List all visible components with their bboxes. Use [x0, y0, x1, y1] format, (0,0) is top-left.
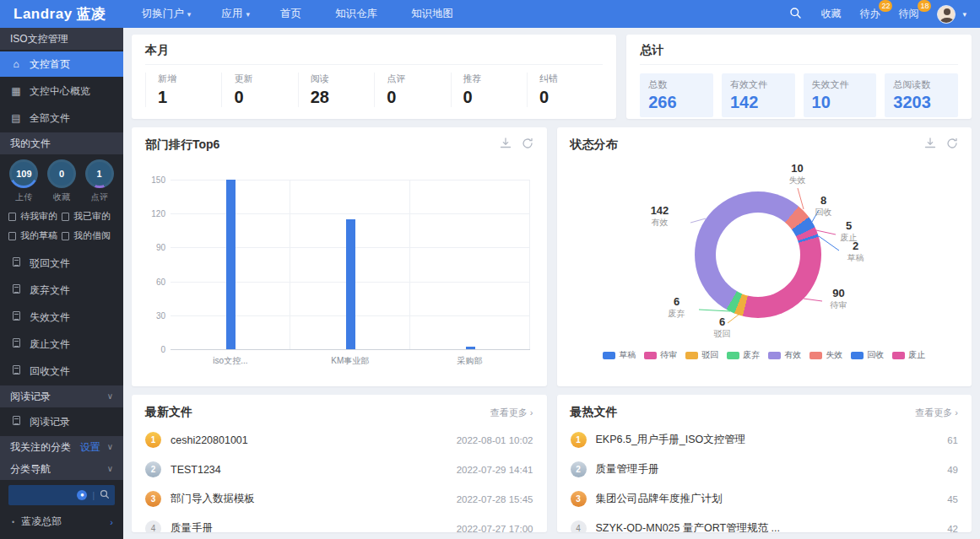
- menu-item[interactable]: 切换门户 ▾: [142, 7, 192, 21]
- file-title[interactable]: 部门导入数据模板: [171, 492, 447, 506]
- sidebar-nav-item[interactable]: ⌂ 文控首页: [0, 51, 123, 77]
- toread-link[interactable]: 待阅18: [898, 7, 918, 21]
- sidebar-quick-link[interactable]: 我的借阅: [62, 229, 115, 242]
- download-icon[interactable]: [500, 137, 512, 153]
- reading-item-label: 阅读记录: [30, 415, 70, 429]
- refresh-icon[interactable]: [522, 137, 533, 153]
- menu-item-label: 切换门户: [142, 7, 184, 21]
- legend-item[interactable]: 有效: [768, 349, 801, 361]
- file-row[interactable]: 3 集团公司品牌年度推广计划 45: [571, 484, 959, 514]
- file-title[interactable]: TEST1234: [171, 464, 447, 476]
- legend-item[interactable]: 草稿: [603, 349, 636, 361]
- sidebar-quick-link[interactable]: 我的草稿: [8, 229, 62, 242]
- sidebar-file-item[interactable]: 驳回文件: [0, 251, 123, 276]
- nav-item-label: 全部文件: [30, 111, 70, 126]
- bar[interactable]: [226, 180, 236, 349]
- file-title[interactable]: 集团公司品牌年度推广计划: [596, 492, 939, 506]
- chevron-down-icon[interactable]: ▾: [962, 10, 966, 19]
- sidebar-stat[interactable]: 0 收藏: [47, 159, 76, 203]
- bar[interactable]: [346, 219, 355, 349]
- sidebar-file-item[interactable]: 废弃文件: [0, 278, 123, 303]
- menu-item-label: 知识地图: [411, 7, 453, 21]
- search-icon[interactable]: [100, 489, 110, 502]
- sidebar-file-item[interactable]: 回收文件: [0, 358, 123, 384]
- sidebar-file-item[interactable]: 失效文件: [0, 305, 123, 330]
- latest-files-title: 最新文件: [145, 405, 192, 420]
- legend-item[interactable]: 废弃: [727, 349, 760, 361]
- status-distribution-card: 状态分布 草稿: [557, 127, 972, 386]
- file-row[interactable]: 3 部门导入数据模板 2022-07-28 15:45: [145, 484, 533, 514]
- file-title[interactable]: SZYK-QD-MN025 量产ORT管理规范 ...: [596, 521, 939, 532]
- menu-item[interactable]: 首页: [280, 7, 305, 21]
- category-search-input[interactable]: [14, 490, 72, 500]
- menu-item[interactable]: 应用 ▾: [221, 7, 250, 21]
- file-item-label: 废弃文件: [30, 283, 70, 298]
- legend-item[interactable]: 失效: [809, 349, 842, 361]
- search-icon[interactable]: [789, 7, 802, 22]
- file-title[interactable]: 质量管理手册: [596, 462, 939, 477]
- advanced-search-icon[interactable]: ●: [77, 490, 87, 500]
- menu-item-label: 首页: [280, 7, 301, 21]
- file-row[interactable]: 1 EKP6.5_用户手册_ISO文控管理 61: [571, 425, 959, 455]
- sidebar-quick-link[interactable]: 待我审的: [8, 210, 62, 223]
- legend-swatch: [809, 352, 822, 359]
- legend-item[interactable]: 废止: [892, 349, 925, 361]
- category-tree-item[interactable]: • 深圳蓝凌 ›: [0, 533, 123, 539]
- stat-label: 点评: [85, 191, 114, 203]
- category-tree-item[interactable]: • 蓝凌总部 ›: [0, 510, 123, 533]
- file-title[interactable]: 质量手册: [171, 521, 447, 532]
- legend-item[interactable]: 驳回: [685, 349, 718, 361]
- hottest-more-link[interactable]: 查看更多 ›: [915, 407, 958, 419]
- file-row[interactable]: 4 SZYK-QD-MN025 量产ORT管理规范 ... 42: [571, 514, 959, 532]
- file-title[interactable]: EKP6.5_用户手册_ISO文控管理: [596, 433, 939, 447]
- avatar[interactable]: [937, 5, 956, 24]
- month-stat: 推荐 0: [451, 73, 527, 107]
- main-menu: 切换门户 ▾ 应用 ▾ 首页 知识仓库 知识地图: [142, 7, 457, 21]
- sidebar-nav-item[interactable]: ▦ 文控中心概览: [0, 78, 123, 104]
- menu-item[interactable]: 知识仓库: [335, 7, 381, 21]
- bar[interactable]: [466, 347, 475, 349]
- app-logo[interactable]: Landray 蓝凌: [14, 4, 106, 24]
- file-read-count: 42: [947, 524, 958, 533]
- sidebar-nav: ⌂ 文控首页 ▦ 文控中心概览 ▤ 全部文件: [0, 51, 123, 131]
- total-stat-tile[interactable]: 有效文件 142: [722, 73, 795, 117]
- month-stats: 新增 1 更新 0 阅读 28: [145, 65, 603, 107]
- sidebar-reading-header[interactable]: 阅读记录∨: [0, 385, 123, 407]
- chevron-down-icon: ∨: [107, 436, 113, 458]
- todo-link[interactable]: 待办22: [859, 7, 880, 21]
- category-tree: • 蓝凌总部 › • 深圳蓝凌 › • 广州蓝凌 › •: [0, 510, 123, 539]
- sidebar-followed-header[interactable]: 我关注的分类 设置∨: [0, 436, 123, 458]
- stat-value: 0: [47, 159, 76, 188]
- todo-label: 待办: [859, 8, 880, 19]
- latest-more-link[interactable]: 查看更多 ›: [490, 407, 533, 419]
- bar-chart-title: 部门排行Top6: [145, 137, 219, 153]
- sidebar-stat[interactable]: 1 点评: [85, 159, 114, 203]
- refresh-icon[interactable]: [946, 137, 958, 153]
- total-stat-tile[interactable]: 总数 266: [640, 73, 713, 117]
- file-row[interactable]: 2 TEST1234 2022-07-29 14:41: [145, 455, 533, 484]
- sidebar-stat[interactable]: 109 上传: [9, 159, 38, 203]
- sidebar-reading-item[interactable]: 阅读记录: [0, 409, 123, 434]
- download-icon[interactable]: [924, 137, 936, 153]
- sidebar-quick-link[interactable]: 我已审的: [62, 210, 115, 223]
- file-row[interactable]: 2 质量管理手册 49: [571, 455, 959, 484]
- doc-icon: [8, 213, 16, 221]
- file-title[interactable]: ceshi220801001: [171, 434, 447, 446]
- total-stat-tile[interactable]: 失效文件 10: [804, 73, 877, 117]
- file-row[interactable]: 1 ceshi220801001 2022-08-01 10:02: [145, 425, 533, 455]
- sidebar-nav-item[interactable]: ▤ 全部文件: [0, 105, 123, 131]
- sidebar-file-item[interactable]: 废止文件: [0, 331, 123, 357]
- legend-label: 驳回: [701, 349, 718, 361]
- stat-label: 推荐: [463, 73, 527, 85]
- legend-item[interactable]: 回收: [851, 349, 884, 361]
- pie-callout-label: 10失效: [781, 163, 815, 185]
- sidebar-category-header[interactable]: 分类导航∨: [0, 458, 123, 480]
- settings-link[interactable]: 设置: [80, 436, 100, 458]
- favorites-link[interactable]: 收藏: [820, 7, 841, 21]
- donut-chart[interactable]: [695, 191, 821, 318]
- stat-ring: 109: [9, 159, 38, 188]
- menu-item[interactable]: 知识地图: [411, 7, 457, 21]
- total-stat-tile[interactable]: 总阅读数 3203: [885, 73, 958, 117]
- legend-item[interactable]: 待审: [644, 349, 677, 361]
- file-row[interactable]: 4 质量手册 2022-07-27 17:00: [145, 514, 533, 532]
